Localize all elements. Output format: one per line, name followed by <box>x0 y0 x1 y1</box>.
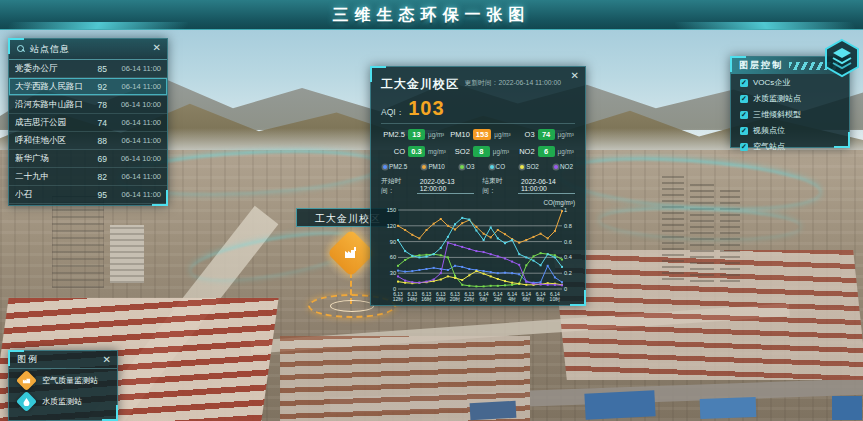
station-panel-title: 站点信息 <box>30 43 70 56</box>
station-name: 沿河东路中山路口 <box>15 99 85 111</box>
pollutant-item: PM2.5 13 µg/m³ <box>381 129 446 140</box>
station-name: 小召 <box>15 189 85 201</box>
legend-row: 水质监测站 <box>9 390 117 411</box>
legend-item[interactable]: SO2 <box>520 163 539 170</box>
layer-label: VOCs企业 <box>753 77 790 88</box>
end-time-input[interactable]: 2022-06-14 11:00:00 <box>518 178 575 194</box>
station-row[interactable]: 新华广场 69 06-14 10:00 <box>9 150 167 168</box>
pollutant-item: CO 0.3 mg/m³ <box>381 146 446 157</box>
station-row-selected[interactable]: 大学西路人民路口 92 06-14 11:00 <box>9 78 167 96</box>
update-time: 更新时间：2022-06-14 11:00:00 <box>464 78 561 88</box>
checkbox-checked[interactable]: ✓ <box>740 111 748 119</box>
checkbox-checked[interactable]: ✓ <box>740 95 748 103</box>
station-detail-popup: 工大金川校区 更新时间：2022-06-14 11:00:00 ✕ AQI： 1… <box>370 66 586 306</box>
station-row[interactable]: 二十九中 82 06-14 11:00 <box>9 168 167 186</box>
marker-ring-inner <box>330 300 374 312</box>
pollutant-value-badge: 8 <box>473 146 490 157</box>
pollutant-label: PM2.5 <box>381 130 405 139</box>
water-station-marker-icon <box>16 391 37 412</box>
svg-text:6.148时: 6.148时 <box>536 291 546 302</box>
legend-panel-header: 图例 <box>9 351 117 369</box>
pollutant-item: PM10 153 µg/m³ <box>446 129 511 140</box>
station-time: 06-14 11:00 <box>107 118 161 127</box>
legend-item[interactable]: O3 <box>460 163 474 170</box>
building <box>110 225 144 283</box>
svg-text:6.1322时: 6.1322时 <box>464 291 475 302</box>
svg-text:150: 150 <box>387 207 396 213</box>
pollutant-label: CO <box>381 147 405 156</box>
layer-item[interactable]: ✓水质监测站点 <box>731 90 849 106</box>
pollutant-value-badge: 6 <box>538 146 555 157</box>
station-aqi: 69 <box>85 154 107 164</box>
legend-dot <box>383 165 387 169</box>
pollutant-unit: µg/m³ <box>558 131 574 138</box>
start-time-input[interactable]: 2022-06-13 12:00:00 <box>417 178 474 194</box>
layer-item[interactable]: ✓空气站点 <box>731 138 849 154</box>
svg-text:60: 60 <box>390 254 396 260</box>
legend-item[interactable]: CO <box>490 163 505 170</box>
legend-row: 空气质量监测站 <box>9 369 117 390</box>
legend-dot <box>520 165 524 169</box>
time-range-row: 开始时间： 2022-06-13 12:00:00 结束时间： 2022-06-… <box>381 176 575 196</box>
svg-text:0.8: 0.8 <box>564 223 572 229</box>
warehouse-roof <box>832 396 862 420</box>
svg-text:6.142时: 6.142时 <box>493 291 503 302</box>
right-axis-label: CO(mg/m³) <box>381 199 575 206</box>
station-name: 呼和佳地小区 <box>15 135 85 147</box>
station-time: 06-14 11:00 <box>107 190 161 199</box>
checkbox-checked[interactable]: ✓ <box>740 143 748 151</box>
station-list-panel: 站点信息 ✕ 党委办公厅 85 06-14 11:00 大学西路人民路口 92 … <box>8 38 168 206</box>
svg-text:0.2: 0.2 <box>564 270 572 276</box>
svg-text:6.146时: 6.146时 <box>521 291 531 302</box>
svg-text:0.6: 0.6 <box>564 239 572 245</box>
station-row[interactable]: 沿河东路中山路口 78 06-14 10:00 <box>9 96 167 114</box>
map-legend-panel: 图例 ✕ 空气质量监测站 水质监测站 <box>8 350 118 421</box>
search-icon[interactable] <box>17 45 25 53</box>
layer-item[interactable]: ✓三维倾斜模型 <box>731 106 849 122</box>
divider <box>381 123 575 124</box>
popup-title: 工大金川校区 <box>381 77 459 91</box>
aqi-row: AQI： 103 <box>381 97 575 120</box>
warehouse-roof <box>700 397 757 419</box>
station-row[interactable]: 呼和佳地小区 88 06-14 11:00 <box>9 132 167 150</box>
svg-text:6.1316时: 6.1316时 <box>421 291 432 302</box>
close-icon[interactable]: ✕ <box>571 71 579 81</box>
station-aqi: 95 <box>85 190 107 200</box>
legend-dot <box>490 165 494 169</box>
pollutant-unit: µg/m³ <box>493 148 509 155</box>
legend-label: 水质监测站 <box>42 396 82 407</box>
station-time: 06-14 11:00 <box>107 82 161 91</box>
station-name: 大学西路人民路口 <box>15 81 85 93</box>
svg-text:120: 120 <box>387 223 396 229</box>
legend-item[interactable]: NO2 <box>554 163 573 170</box>
station-aqi: 78 <box>85 100 107 110</box>
layers-hexagon-icon[interactable] <box>822 38 862 78</box>
trend-chart[interactable]: 00300.2600.4900.61200.815016.1312时6.1314… <box>381 206 577 306</box>
pollutant-label: PM10 <box>446 130 470 139</box>
end-time-label: 结束时间： <box>482 176 510 196</box>
station-row[interactable]: 成吉思汗公园 74 06-14 11:00 <box>9 114 167 132</box>
station-row[interactable]: 党委办公厅 85 06-14 11:00 <box>9 60 167 78</box>
pollutant-unit: µg/m³ <box>428 131 444 138</box>
svg-text:0.4: 0.4 <box>564 254 572 260</box>
checkbox-checked[interactable]: ✓ <box>740 79 748 87</box>
svg-text:6.1318时: 6.1318时 <box>436 291 447 302</box>
layer-label: 空气站点 <box>753 141 785 152</box>
station-time: 06-14 11:00 <box>107 136 161 145</box>
legend-panel-title: 图例 <box>17 353 39 366</box>
close-icon[interactable]: ✕ <box>103 355 111 365</box>
page-title: 三维生态环保一张图 <box>0 5 863 26</box>
layer-panel-title: 图层控制 <box>739 59 783 72</box>
checkbox-checked[interactable]: ✓ <box>740 127 748 135</box>
layer-item[interactable]: ✓视频点位 <box>731 122 849 138</box>
station-aqi: 92 <box>85 82 107 92</box>
station-name: 二十九中 <box>15 171 85 183</box>
close-icon[interactable]: ✕ <box>153 43 161 53</box>
station-aqi: 82 <box>85 172 107 182</box>
app-header: 三维生态环保一张图 <box>0 0 863 30</box>
legend-item[interactable]: PM10 <box>422 163 444 170</box>
chart-legend: PM2.5 PM10 O3 CO SO2 NO2 <box>381 163 575 170</box>
station-row[interactable]: 小召 95 06-14 11:00 <box>9 186 167 204</box>
layer-label: 水质监测站点 <box>753 93 801 104</box>
legend-item[interactable]: PM2.5 <box>383 163 407 170</box>
